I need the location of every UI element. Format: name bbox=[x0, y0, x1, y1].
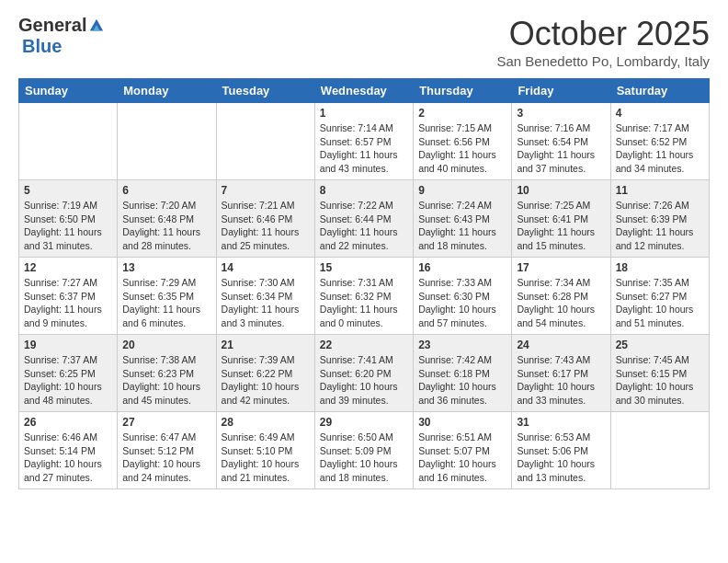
day-info: Sunrise: 6:51 AMSunset: 5:07 PMDaylight:… bbox=[418, 431, 506, 485]
col-friday: Friday bbox=[512, 79, 610, 103]
calendar-cell: 15Sunrise: 7:31 AMSunset: 6:32 PMDayligh… bbox=[314, 258, 413, 335]
calendar-cell: 28Sunrise: 6:49 AMSunset: 5:10 PMDayligh… bbox=[216, 412, 314, 489]
day-number: 12 bbox=[24, 261, 112, 274]
day-number: 19 bbox=[24, 339, 112, 351]
day-info: Sunrise: 7:38 AMSunset: 6:23 PMDaylight:… bbox=[122, 353, 210, 408]
day-info: Sunrise: 7:30 AMSunset: 6:34 PMDaylight:… bbox=[222, 276, 310, 330]
col-sunday: Sunday bbox=[19, 79, 118, 103]
day-info: Sunrise: 7:20 AMSunset: 6:48 PMDaylight:… bbox=[122, 199, 210, 253]
calendar-cell bbox=[216, 103, 314, 180]
day-info: Sunrise: 7:29 AMSunset: 6:35 PMDaylight:… bbox=[122, 276, 210, 330]
day-info: Sunrise: 7:33 AMSunset: 6:30 PMDaylight:… bbox=[418, 276, 506, 330]
day-info: Sunrise: 6:46 AMSunset: 5:14 PMDaylight:… bbox=[24, 431, 112, 485]
logo-blue: Blue bbox=[22, 36, 62, 57]
header-row: Sunday Monday Tuesday Wednesday Thursday… bbox=[19, 79, 710, 103]
logo: General Blue bbox=[18, 15, 105, 57]
calendar-week-2: 5Sunrise: 7:19 AMSunset: 6:50 PMDaylight… bbox=[19, 180, 710, 258]
logo-general: General bbox=[18, 15, 86, 36]
day-info: Sunrise: 6:49 AMSunset: 5:10 PMDaylight:… bbox=[222, 431, 310, 485]
calendar-cell: 26Sunrise: 6:46 AMSunset: 5:14 PMDayligh… bbox=[19, 412, 118, 489]
day-number: 13 bbox=[122, 261, 210, 274]
calendar-cell: 16Sunrise: 7:33 AMSunset: 6:30 PMDayligh… bbox=[414, 258, 512, 335]
calendar-cell: 2Sunrise: 7:15 AMSunset: 6:56 PMDaylight… bbox=[414, 103, 512, 180]
day-number: 3 bbox=[517, 107, 605, 120]
day-info: Sunrise: 7:14 AMSunset: 6:57 PMDaylight:… bbox=[320, 121, 408, 176]
col-saturday: Saturday bbox=[610, 79, 709, 103]
calendar-cell: 11Sunrise: 7:26 AMSunset: 6:39 PMDayligh… bbox=[610, 180, 709, 258]
calendar-cell: 30Sunrise: 6:51 AMSunset: 5:07 PMDayligh… bbox=[414, 412, 512, 489]
day-number: 7 bbox=[222, 184, 310, 197]
header: General Blue October 2025 San Benedetto … bbox=[18, 15, 710, 69]
page: General Blue October 2025 San Benedetto … bbox=[0, 0, 728, 500]
calendar-cell: 3Sunrise: 7:16 AMSunset: 6:54 PMDaylight… bbox=[512, 103, 610, 180]
day-number: 24 bbox=[517, 339, 605, 351]
day-info: Sunrise: 6:47 AMSunset: 5:12 PMDaylight:… bbox=[122, 431, 210, 485]
calendar-cell bbox=[610, 412, 709, 489]
day-info: Sunrise: 7:19 AMSunset: 6:50 PMDaylight:… bbox=[24, 199, 112, 253]
day-info: Sunrise: 7:17 AMSunset: 6:52 PMDaylight:… bbox=[616, 121, 704, 176]
day-number: 30 bbox=[418, 416, 506, 429]
calendar-cell: 18Sunrise: 7:35 AMSunset: 6:27 PMDayligh… bbox=[610, 258, 709, 335]
day-number: 20 bbox=[122, 339, 210, 351]
calendar-cell: 7Sunrise: 7:21 AMSunset: 6:46 PMDaylight… bbox=[216, 180, 314, 258]
calendar-week-5: 26Sunrise: 6:46 AMSunset: 5:14 PMDayligh… bbox=[19, 412, 710, 489]
day-number: 4 bbox=[616, 107, 704, 120]
day-number: 6 bbox=[122, 184, 210, 197]
month-title: October 2025 bbox=[496, 15, 710, 53]
calendar-cell: 13Sunrise: 7:29 AMSunset: 6:35 PMDayligh… bbox=[118, 258, 216, 335]
day-info: Sunrise: 7:16 AMSunset: 6:54 PMDaylight:… bbox=[517, 121, 605, 176]
day-number: 25 bbox=[616, 339, 704, 351]
day-number: 31 bbox=[517, 416, 605, 429]
logo-text: General bbox=[18, 15, 105, 36]
location: San Benedetto Po, Lombardy, Italy bbox=[496, 53, 710, 69]
calendar-cell: 6Sunrise: 7:20 AMSunset: 6:48 PMDaylight… bbox=[118, 180, 216, 258]
day-number: 28 bbox=[222, 416, 310, 429]
calendar-cell: 27Sunrise: 6:47 AMSunset: 5:12 PMDayligh… bbox=[118, 412, 216, 489]
day-info: Sunrise: 7:43 AMSunset: 6:17 PMDaylight:… bbox=[517, 353, 605, 408]
day-info: Sunrise: 7:22 AMSunset: 6:44 PMDaylight:… bbox=[320, 199, 408, 253]
day-info: Sunrise: 7:42 AMSunset: 6:18 PMDaylight:… bbox=[418, 353, 506, 408]
calendar-week-1: 1Sunrise: 7:14 AMSunset: 6:57 PMDaylight… bbox=[19, 103, 710, 180]
day-info: Sunrise: 7:25 AMSunset: 6:41 PMDaylight:… bbox=[517, 199, 605, 253]
calendar-cell: 5Sunrise: 7:19 AMSunset: 6:50 PMDaylight… bbox=[19, 180, 118, 258]
calendar-cell: 23Sunrise: 7:42 AMSunset: 6:18 PMDayligh… bbox=[414, 335, 512, 412]
calendar-cell: 20Sunrise: 7:38 AMSunset: 6:23 PMDayligh… bbox=[118, 335, 216, 412]
calendar-cell: 14Sunrise: 7:30 AMSunset: 6:34 PMDayligh… bbox=[216, 258, 314, 335]
calendar-week-3: 12Sunrise: 7:27 AMSunset: 6:37 PMDayligh… bbox=[19, 258, 710, 335]
day-number: 10 bbox=[517, 184, 605, 197]
day-number: 16 bbox=[418, 261, 506, 274]
col-tuesday: Tuesday bbox=[216, 79, 314, 103]
day-info: Sunrise: 7:26 AMSunset: 6:39 PMDaylight:… bbox=[616, 199, 704, 253]
day-number: 2 bbox=[418, 107, 506, 120]
calendar-cell: 10Sunrise: 7:25 AMSunset: 6:41 PMDayligh… bbox=[512, 180, 610, 258]
day-number: 23 bbox=[418, 339, 506, 351]
col-wednesday: Wednesday bbox=[314, 79, 413, 103]
calendar-cell: 1Sunrise: 7:14 AMSunset: 6:57 PMDaylight… bbox=[314, 103, 413, 180]
day-info: Sunrise: 6:53 AMSunset: 5:06 PMDaylight:… bbox=[517, 431, 605, 485]
day-number: 21 bbox=[222, 339, 310, 351]
col-thursday: Thursday bbox=[414, 79, 512, 103]
day-number: 27 bbox=[122, 416, 210, 429]
col-monday: Monday bbox=[118, 79, 216, 103]
title-block: October 2025 San Benedetto Po, Lombardy,… bbox=[496, 15, 710, 69]
logo-icon bbox=[88, 17, 105, 34]
calendar-cell bbox=[19, 103, 118, 180]
day-number: 18 bbox=[616, 261, 704, 274]
day-info: Sunrise: 7:45 AMSunset: 6:15 PMDaylight:… bbox=[616, 353, 704, 408]
day-info: Sunrise: 7:39 AMSunset: 6:22 PMDaylight:… bbox=[222, 353, 310, 408]
day-info: Sunrise: 6:50 AMSunset: 5:09 PMDaylight:… bbox=[320, 431, 408, 485]
day-number: 22 bbox=[320, 339, 408, 351]
day-number: 17 bbox=[517, 261, 605, 274]
day-info: Sunrise: 7:24 AMSunset: 6:43 PMDaylight:… bbox=[418, 199, 506, 253]
day-number: 11 bbox=[616, 184, 704, 197]
calendar-week-4: 19Sunrise: 7:37 AMSunset: 6:25 PMDayligh… bbox=[19, 335, 710, 412]
calendar-cell: 29Sunrise: 6:50 AMSunset: 5:09 PMDayligh… bbox=[314, 412, 413, 489]
day-info: Sunrise: 7:15 AMSunset: 6:56 PMDaylight:… bbox=[418, 121, 506, 176]
day-number: 8 bbox=[320, 184, 408, 197]
day-info: Sunrise: 7:31 AMSunset: 6:32 PMDaylight:… bbox=[320, 276, 408, 330]
calendar-cell: 25Sunrise: 7:45 AMSunset: 6:15 PMDayligh… bbox=[610, 335, 709, 412]
day-number: 1 bbox=[320, 107, 408, 120]
day-info: Sunrise: 7:35 AMSunset: 6:27 PMDaylight:… bbox=[616, 276, 704, 330]
calendar-cell: 19Sunrise: 7:37 AMSunset: 6:25 PMDayligh… bbox=[19, 335, 118, 412]
calendar-cell: 21Sunrise: 7:39 AMSunset: 6:22 PMDayligh… bbox=[216, 335, 314, 412]
